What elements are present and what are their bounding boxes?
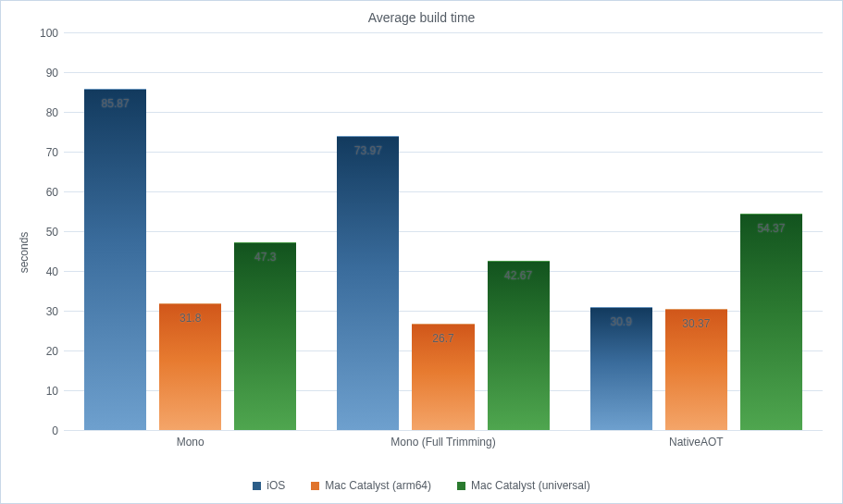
legend-label: iOS [267,479,285,492]
bar-value-label: 54.37 [757,222,785,235]
bar: 26.7 [412,324,474,430]
legend-item: Mac Catalyst (universal) [457,479,590,492]
bar: 73.97 [337,136,399,430]
bar-value-label: 42.67 [504,269,532,282]
gridline: 0 [64,430,823,431]
bar: 54.37 [740,214,802,430]
y-tick-label: 100 [31,27,58,40]
y-tick-label: 60 [31,186,58,199]
y-tick-label: 0 [31,424,58,437]
y-tick-label: 80 [31,106,58,119]
y-tick-label: 40 [31,265,58,278]
legend-swatch [457,482,465,490]
legend-swatch [253,482,261,490]
bar-group: 85.8731.847.3 [64,32,316,430]
bar-value-label: 30.37 [682,317,710,330]
bar-value-label: 73.97 [354,144,382,157]
y-tick-label: 70 [31,146,58,159]
bar: 31.8 [159,303,221,430]
bars-area: 85.8731.847.373.9726.742.6730.930.3754.3… [64,32,823,430]
legend-swatch [311,482,319,490]
x-axis: MonoMono (Full Trimming)NativeAOT [64,432,823,449]
legend-label: Mac Catalyst (arm64) [325,479,431,492]
bar: 30.9 [590,307,652,430]
x-tick-label: Mono (Full Trimming) [316,432,569,449]
y-axis-label: seconds [18,231,31,273]
bar-value-label: 30.9 [611,315,632,328]
bar-value-label: 85.87 [102,97,130,110]
y-tick-label: 10 [31,385,58,398]
bar: 85.87 [84,89,146,430]
plot-area: 0102030405060708090100 85.8731.847.373.9… [64,32,823,430]
legend-label: Mac Catalyst (universal) [471,479,590,492]
y-tick-label: 50 [31,226,58,239]
bar-group: 30.930.3754.37 [570,32,823,430]
bar: 30.37 [665,309,727,430]
y-tick-label: 30 [31,305,58,318]
bar-value-label: 31.8 [180,312,201,325]
legend-item: Mac Catalyst (arm64) [311,479,431,492]
legend-item: iOS [253,479,285,492]
y-tick-label: 20 [31,345,58,358]
bar: 42.67 [488,261,550,430]
x-tick-label: Mono [64,432,316,449]
legend: iOSMac Catalyst (arm64)Mac Catalyst (uni… [1,479,842,492]
bar-value-label: 26.7 [432,332,453,345]
bar-group: 73.9726.742.67 [316,32,569,430]
bar-value-label: 47.3 [254,251,276,264]
bar: 47.3 [234,242,296,430]
chart-container: Average build time seconds 0102030405060… [0,0,843,504]
chart-title: Average build time [1,1,842,29]
y-tick-label: 90 [31,67,58,80]
x-tick-label: NativeAOT [570,432,823,449]
